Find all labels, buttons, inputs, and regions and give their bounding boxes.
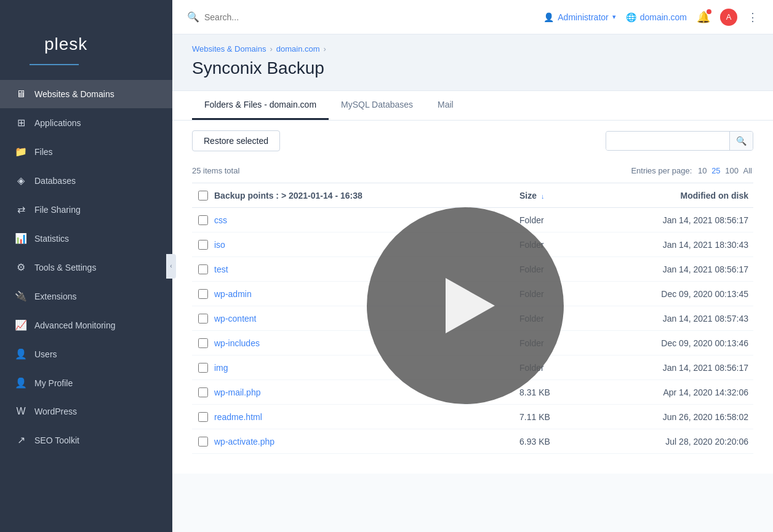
page-header: Websites & Domains › domain.com › Syncon…: [172, 34, 773, 91]
row-check-1[interactable]: [192, 240, 214, 250]
sidebar-item-users[interactable]: 👤Users: [0, 339, 172, 368]
sidebar-icon-statistics: 📊: [15, 232, 27, 244]
row-checkbox-6[interactable]: [198, 363, 208, 373]
tab-folders-files[interactable]: Folders & Files - domain.com: [192, 91, 329, 120]
search-input[interactable]: [204, 12, 352, 22]
domain-label: domain.com: [640, 12, 687, 22]
row-checkbox-8[interactable]: [198, 412, 208, 422]
sidebar-label-seo-toolkit: SEO Toolkit: [34, 435, 79, 445]
tab-mail[interactable]: Mail: [425, 91, 466, 120]
sidebar-label-statistics: Statistics: [34, 234, 69, 244]
search-wrap: 🔍: [187, 11, 534, 23]
sidebar-icon-users: 👤: [15, 348, 27, 360]
sidebar-item-file-sharing[interactable]: ⇄File Sharing: [0, 195, 172, 224]
tab-bar: Folders & Files - domain.comMySQL Databa…: [172, 91, 773, 121]
row-name-9[interactable]: wp-activate.php: [214, 437, 519, 447]
sidebar-item-extensions[interactable]: 🔌Extensions: [0, 282, 172, 311]
entries-all[interactable]: All: [743, 166, 752, 175]
play-button-icon: [446, 278, 495, 333]
row-checkbox-7[interactable]: [198, 387, 208, 397]
sidebar-item-applications[interactable]: ⊞Applications: [0, 108, 172, 137]
col-header-name[interactable]: Backup points : > 2021-01-14 - 16:38: [214, 191, 519, 200]
breadcrumb-sep-1: ›: [270, 44, 272, 54]
sidebar-icon-advanced-monitoring: 📈: [15, 319, 27, 331]
sidebar-item-seo-toolkit[interactable]: ↗SEO Toolkit: [0, 426, 172, 455]
row-checkbox-1[interactable]: [198, 240, 208, 250]
row-check-3[interactable]: [192, 289, 214, 299]
sidebar-label-wordpress: WordPress: [34, 407, 77, 416]
breadcrumb-sep-2: ›: [324, 44, 326, 54]
sidebar-item-wordpress[interactable]: WWordPress: [0, 397, 172, 426]
table-header: Backup points : > 2021-01-14 - 16:38 Siz…: [192, 183, 753, 208]
row-name-8[interactable]: readme.html: [214, 412, 519, 422]
breadcrumb-websites-domains[interactable]: Websites & Domains: [192, 44, 266, 54]
row-check-2[interactable]: [192, 264, 214, 274]
row-checkbox-5[interactable]: [198, 338, 208, 348]
sidebar-item-websites-domains[interactable]: 🖥Websites & Domains: [0, 80, 172, 108]
entries-100[interactable]: 100: [725, 166, 739, 175]
restore-selected-button[interactable]: Restore selected: [192, 130, 280, 151]
breadcrumb-domain[interactable]: domain.com: [276, 44, 320, 54]
select-all-check[interactable]: [192, 191, 214, 200]
sidebar-icon-wordpress: W: [15, 406, 27, 417]
file-search-input[interactable]: [606, 132, 729, 150]
row-modified-0: Jan 14, 2021 08:56:17: [618, 215, 753, 225]
sidebar-icon-my-profile: 👤: [15, 377, 27, 389]
row-checkbox-4[interactable]: [198, 314, 208, 324]
user-chevron-icon: ▾: [612, 13, 616, 21]
entries-25[interactable]: 25: [711, 166, 720, 175]
sidebar-label-applications: Applications: [34, 118, 81, 128]
sidebar: plesk 🖥Websites & Domains⊞Applications📁F…: [0, 0, 172, 532]
sidebar-item-statistics[interactable]: 📊Statistics: [0, 224, 172, 253]
sidebar-item-databases[interactable]: ◈Databases: [0, 166, 172, 195]
row-check-4[interactable]: [192, 314, 214, 324]
tab-mysql-databases[interactable]: MySQL Databases: [329, 91, 425, 120]
sidebar-label-my-profile: My Profile: [34, 378, 73, 388]
more-options-icon[interactable]: ⋮: [747, 10, 758, 24]
row-size-8: 7.11 KB: [519, 412, 618, 422]
row-checkbox-9[interactable]: [198, 437, 208, 447]
file-search-icon[interactable]: 🔍: [729, 132, 753, 150]
col-size-label: Size: [519, 191, 537, 200]
row-check-9[interactable]: [192, 437, 214, 447]
sidebar-item-tools-settings[interactable]: ⚙Tools & Settings: [0, 253, 172, 282]
user-icon: 👤: [543, 12, 554, 22]
select-all-checkbox[interactable]: [198, 191, 208, 200]
row-check-5[interactable]: [192, 338, 214, 348]
sidebar-item-advanced-monitoring[interactable]: 📈Advanced Monitoring: [0, 311, 172, 339]
user-menu[interactable]: 👤 Administrator ▾: [543, 12, 615, 22]
row-checkbox-0[interactable]: [198, 215, 208, 225]
row-check-8[interactable]: [192, 412, 214, 422]
row-check-6[interactable]: [192, 363, 214, 373]
sidebar-icon-applications: ⊞: [15, 117, 27, 129]
row-checkbox-3[interactable]: [198, 289, 208, 299]
sidebar-collapse-handle[interactable]: ‹: [166, 254, 176, 279]
sidebar-icon-databases: ◈: [15, 175, 27, 186]
row-checkbox-2[interactable]: [198, 264, 208, 274]
entries-10[interactable]: 10: [698, 166, 707, 175]
globe-icon: 🌐: [626, 12, 636, 22]
row-check-7[interactable]: [192, 387, 214, 397]
col-header-size[interactable]: Size ↓: [519, 191, 618, 200]
sidebar-item-files[interactable]: 📁Files: [0, 137, 172, 166]
row-modified-8: Jun 26, 2020 16:58:02: [618, 412, 753, 422]
avatar-button[interactable]: A: [720, 9, 737, 26]
col-header-modified[interactable]: Modified on disk: [618, 191, 753, 200]
sidebar-nav: 🖥Websites & Domains⊞Applications📁Files◈D…: [0, 80, 172, 455]
sidebar-icon-tools-settings: ⚙: [15, 261, 27, 273]
video-overlay[interactable]: [367, 207, 564, 404]
avatar-icon: A: [720, 9, 737, 26]
row-modified-2: Jan 14, 2021 08:56:17: [618, 264, 753, 274]
sidebar-label-tools-settings: Tools & Settings: [34, 263, 96, 272]
domain-menu[interactable]: 🌐 domain.com: [626, 12, 687, 22]
sidebar-label-users: Users: [34, 349, 57, 359]
sidebar-icon-websites-domains: 🖥: [15, 89, 27, 100]
sidebar-item-my-profile[interactable]: 👤My Profile: [0, 368, 172, 397]
sidebar-icon-extensions: 🔌: [15, 290, 27, 302]
sidebar-label-databases: Databases: [34, 176, 76, 186]
sidebar-label-websites-domains: Websites & Domains: [34, 89, 114, 99]
notifications-button[interactable]: 🔔: [697, 10, 710, 24]
search-icon: 🔍: [187, 11, 199, 23]
row-check-0[interactable]: [192, 215, 214, 225]
items-info: 25 items total Entries per page: 10 25 1…: [192, 161, 753, 183]
